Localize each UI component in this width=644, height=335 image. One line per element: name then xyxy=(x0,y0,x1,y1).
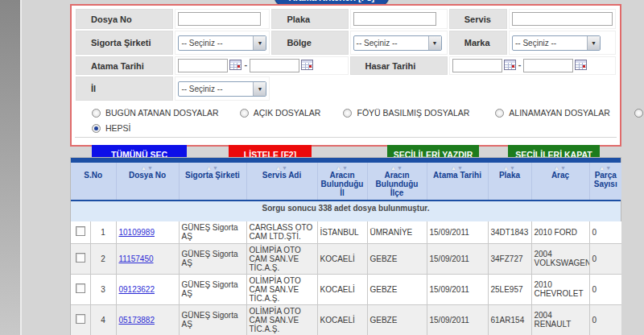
dosya-no-link[interactable]: 05173882 xyxy=(119,316,155,325)
criteria-grid: Dosya No Plaka Servis Sigorta Şirketi --… xyxy=(74,7,617,102)
radio-icon[interactable] xyxy=(92,109,101,118)
servis-input[interactable] xyxy=(512,12,613,26)
column-header-atama-tarihi[interactable]: ▲▼Atama Tarihi xyxy=(427,163,488,200)
plaka-cell: 25LE957 xyxy=(488,274,531,304)
dosya-no-cell: 11157450 xyxy=(116,243,179,274)
filter-label: BUGÜN ATANAN DOSYALAR xyxy=(105,108,219,118)
parca-sayisi-cell: 0 xyxy=(589,243,621,274)
sort-icons: ▲▼ xyxy=(118,163,178,171)
atama-tarihi-cell: 15/09/2011 xyxy=(427,243,488,274)
dosya-no-input[interactable] xyxy=(178,12,261,26)
marka-selected-value: -- Seçiniz -- xyxy=(513,39,587,48)
dosya-no-link[interactable]: 10109989 xyxy=(119,228,155,237)
ilce-cell: GEBZE xyxy=(367,304,427,335)
radio-icon[interactable] xyxy=(343,109,352,118)
sort-icons: ▲▼ xyxy=(248,163,316,171)
arac-cell: 2004 RENAULT xyxy=(531,304,589,335)
marka-select[interactable]: -- Seçiniz -- ▼ xyxy=(512,35,601,51)
servis-label: Servis xyxy=(449,9,507,29)
il-cell: KOCAELİ xyxy=(317,243,367,274)
chevron-down-icon: ▼ xyxy=(587,36,600,50)
plaka-cell: 34FZ727 xyxy=(488,243,531,274)
radio-selected-icon[interactable] xyxy=(92,124,101,133)
calendar-icon[interactable] xyxy=(301,60,313,72)
sort-icons: ▲▼ xyxy=(489,163,530,171)
dosya-no-link[interactable]: 11157450 xyxy=(119,254,154,263)
table-row: 3 09123622 GÜNEŞ Sigorta AŞ OLİMPİA OTO … xyxy=(71,274,621,304)
row-checkbox[interactable] xyxy=(76,314,85,324)
sigorta-sirketi-cell: GÜNEŞ Sigorta AŞ xyxy=(179,243,246,274)
il-cell: KOCAELİ xyxy=(317,274,367,304)
column-header-servis-adi[interactable]: ▲▼Servis Adi xyxy=(246,163,317,200)
column-header-sigorta-sirketi[interactable]: ▲▼Sigorta Şirketi xyxy=(179,163,246,200)
filter-label: FÖYÜ BASILMIŞ DOSYALAR xyxy=(357,108,469,118)
radio-icon[interactable] xyxy=(495,109,504,118)
servis-adi-cell: CARGLASS OTO CAM LTD.ŞTİ. xyxy=(246,221,317,243)
calendar-icon[interactable] xyxy=(504,60,516,72)
calendar-icon[interactable] xyxy=(229,60,242,72)
sort-icons: ▲▼ xyxy=(369,163,426,171)
filter-foyu-basilmis[interactable]: FÖYÜ BASILMIŞ DOSYALAR xyxy=(343,108,469,118)
arac-cell: 2004 VOLKSWAGEN xyxy=(531,243,589,274)
il-select[interactable]: -- Seçiniz -- ▼ xyxy=(178,81,266,97)
page-left-margin xyxy=(0,0,22,335)
row-number: 4 xyxy=(90,304,116,335)
date-range-dash: - xyxy=(518,60,522,69)
filter-bugun-atanan[interactable]: BUGÜN ATANAN DOSYALAR xyxy=(92,108,219,118)
column-header-plaka[interactable]: ▲▼Plaka xyxy=(488,163,531,200)
chevron-down-icon: ▼ xyxy=(253,82,266,96)
column-header-aracin-bulundugu-il[interactable]: ▲▼Aracın Bulunduğu İl xyxy=(317,163,367,200)
filter-alinamayan[interactable]: ALINAMAYAN DOSYALAR xyxy=(495,108,609,118)
sort-icons: ▲▼ xyxy=(428,163,487,171)
arac-cell: 2010 CHEVROLET xyxy=(531,274,589,304)
atama-tarihi-cell: 15/09/2011 xyxy=(427,274,488,304)
hasar-tarihi-from-input[interactable] xyxy=(452,59,502,72)
plaka-input[interactable] xyxy=(353,12,436,26)
column-header-aracin-bulundugu-ilce[interactable]: ▲▼Aracın Bulunduğu İlçe xyxy=(367,163,427,200)
column-header-parca-sayisi[interactable]: ▲▼Parça Sayısı xyxy=(589,163,621,200)
column-header-arac[interactable]: ▲▼Araç xyxy=(531,163,589,200)
results-table: S.No ▲▼Dosya No ▲▼Sigorta Şirketi ▲▼Serv… xyxy=(71,163,621,200)
dosya-no-link[interactable]: 09123622 xyxy=(119,285,155,294)
filter-label: HEPSİ xyxy=(105,123,131,133)
sort-icons: ▲▼ xyxy=(591,163,621,171)
row-checkbox[interactable] xyxy=(76,253,85,263)
row-checkbox[interactable] xyxy=(76,226,85,236)
filter-acik[interactable]: AÇIK DOSYALAR xyxy=(240,108,321,118)
il-cell: İSTANBUL xyxy=(317,221,367,243)
dosya-no-cell: 05173882 xyxy=(116,304,179,335)
il-cell: KOCAELİ xyxy=(317,304,367,335)
sigorta-sirketi-cell: GÜNEŞ Sigorta AŞ xyxy=(179,274,246,304)
sigorta-sirketi-select[interactable]: -- Seçiniz -- ▼ xyxy=(178,35,266,51)
ilce-cell: ÜMRANİYE xyxy=(367,221,427,243)
row-number: 2 xyxy=(90,243,116,274)
atama-tarihi-cell: 15/09/2011 xyxy=(427,221,488,243)
parca-sayisi-cell: 0 xyxy=(589,274,621,304)
calendar-icon[interactable] xyxy=(575,60,587,72)
servis-adi-cell: OLİMPİA OTO CAM SAN.VE TİC.A.Ş. xyxy=(246,243,317,274)
filter-kapatilan[interactable]: KAPATILAN DOSYALAR xyxy=(634,108,644,118)
bolge-selected-value: -- Seçiniz -- xyxy=(354,39,428,48)
filter-hepsi[interactable]: HEPSİ xyxy=(92,123,131,133)
table-header-row: S.No ▲▼Dosya No ▲▼Sigorta Şirketi ▲▼Serv… xyxy=(71,163,621,200)
atama-tarihi-to-input[interactable] xyxy=(250,59,299,72)
search-criteria-panel: Dosya No Plaka Servis Sigorta Şirketi --… xyxy=(70,4,621,147)
row-checkbox-cell xyxy=(71,221,90,243)
hasar-tarihi-to-input[interactable] xyxy=(523,59,573,72)
radio-icon[interactable] xyxy=(634,109,643,118)
bolge-select[interactable]: -- Seçiniz -- ▼ xyxy=(353,35,442,51)
sort-icons: ▲▼ xyxy=(533,163,588,171)
row-number: 1 xyxy=(90,221,116,243)
ilce-cell: GEBZE xyxy=(367,243,427,274)
row-checkbox[interactable] xyxy=(76,283,85,293)
column-header-dosya-no[interactable]: ▲▼Dosya No xyxy=(116,163,179,200)
dosya-no-label: Dosya No xyxy=(76,9,173,29)
dosya-no-cell: 09123622 xyxy=(116,274,179,304)
sigorta-sirketi-cell: GÜNEŞ Sigorta AŞ xyxy=(179,221,246,243)
parca-sayisi-cell: 0 xyxy=(589,304,621,335)
plaka-cell: 61AR154 xyxy=(488,304,531,335)
atama-tarihi-from-input[interactable] xyxy=(178,59,228,72)
row-checkbox-cell xyxy=(71,243,90,274)
radio-icon[interactable] xyxy=(240,109,249,118)
il-label: İl xyxy=(76,77,173,101)
